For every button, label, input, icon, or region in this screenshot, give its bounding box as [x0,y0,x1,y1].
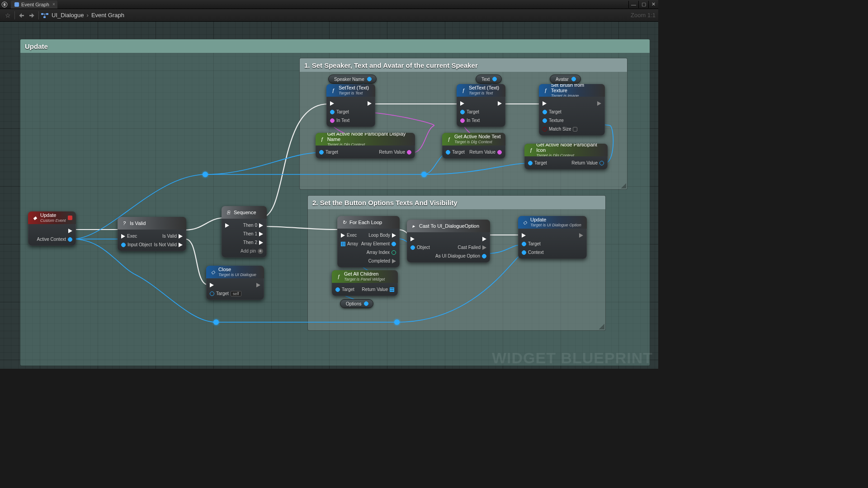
graph-canvas[interactable]: Update 1. Set Speaker, Text and Avatar o… [0,22,658,369]
exec-in-pin[interactable] [460,101,464,106]
breadcrumb-root[interactable]: UI_Dialogue [52,12,84,19]
node-header[interactable]: ƒGet Active Node Participant IconTarget … [524,144,608,156]
reroute-node[interactable] [203,172,208,177]
object-in-pin[interactable] [460,110,465,114]
node-header[interactable]: ⎘ Sequence [222,206,267,219]
exec-out-pin[interactable] [368,101,372,106]
variable-speaker-name[interactable]: Speaker Name [328,75,377,84]
exec-in-pin[interactable] [410,237,415,241]
exec-out-pin[interactable] [498,101,502,106]
exec-in-pin[interactable] [522,233,526,238]
exec-out-pin[interactable] [256,283,260,287]
node-sequence[interactable]: ⎘ Sequence Then 0 Then 1 Then 2 Add pin+ [222,206,267,258]
exec-out-pin[interactable] [68,229,72,233]
node-header[interactable]: ◇UpdateTarget is UI Dialogue Option [518,216,587,229]
node-header[interactable]: ƒSetText (Text)Target is Text [326,84,375,97]
self-value[interactable]: self [231,291,241,296]
node-header[interactable]: ? Is Valid [118,217,186,230]
variable-text[interactable]: Text [476,75,502,84]
object-in-pin[interactable] [330,110,335,114]
object-out-pin[interactable] [392,242,396,246]
exec-out-pin[interactable] [579,233,583,238]
text-in-pin[interactable] [330,118,335,123]
resize-handle-icon[interactable] [621,183,626,188]
bool-in-pin[interactable] [542,127,547,131]
object-in-pin[interactable] [210,291,214,296]
node-header[interactable]: ƒSet Brush from TextureTarget is Image [539,84,605,97]
text-in-pin[interactable] [460,118,465,123]
nav-back-icon[interactable]: 🠈 [17,10,27,20]
close-tab-icon[interactable]: × [52,2,55,7]
exec-out-pin[interactable] [259,223,263,228]
node-cast[interactable]: ▸Cast To UI_DialogueOption ObjectCast Fa… [407,220,490,263]
array-in-pin[interactable] [341,242,345,246]
node-header[interactable]: ◇ CloseTarget is UI Dialogue [206,266,264,278]
object-out-pin[interactable] [571,77,576,81]
node-header[interactable]: ƒGet Active Node TextTarget is Dlg Conte… [442,133,505,145]
text-out-pin[interactable] [407,150,411,155]
node-header[interactable]: ƒGet Active Node Participant Display Nam… [316,133,415,145]
variable-options[interactable]: Options [340,299,373,308]
exec-out-pin[interactable] [482,245,486,250]
node-set-brush[interactable]: ƒSet Brush from TextureTarget is Image T… [539,84,605,136]
object-out-pin[interactable] [68,237,72,242]
exec-out-pin[interactable] [259,232,263,236]
object-in-pin[interactable] [542,118,547,123]
node-update-event[interactable]: ◆ UpdateCustom Event Active Context [28,211,76,246]
comment-title[interactable]: 2. Set the Button Options Texts And Visi… [308,196,605,209]
object-in-pin[interactable] [319,150,324,155]
node-get-children[interactable]: ƒGet All ChildrenTarget is Panel Widget … [332,270,398,296]
text-out-pin[interactable] [497,150,502,155]
object-out-pin[interactable] [482,254,486,258]
reroute-node[interactable] [213,319,219,325]
minimize-button[interactable]: — [628,1,638,8]
exec-out-pin[interactable] [482,237,486,241]
add-pin-button[interactable]: Add pin+ [225,247,263,255]
exec-in-pin[interactable] [225,223,229,228]
object-in-pin[interactable] [522,250,526,255]
nav-forward-icon[interactable]: 🠊 [27,10,37,20]
int-out-pin[interactable] [392,250,396,255]
object-in-pin[interactable] [121,243,126,247]
exec-in-pin[interactable] [121,234,125,239]
comment-title[interactable]: Update [20,39,650,53]
node-set-text-1[interactable]: ƒSetText (Text)Target is Text Target In … [326,84,375,127]
reroute-node[interactable] [394,319,400,325]
maximize-button[interactable]: ▢ [638,1,648,8]
exec-out-pin[interactable] [179,243,183,247]
node-header[interactable]: ↻For Each Loop [337,216,400,229]
favorite-icon[interactable]: ☆ [3,10,13,20]
node-set-text-2[interactable]: ƒSetText (Text)Target is Text Target In … [457,84,505,127]
node-is-valid[interactable]: ? Is Valid Exec Is Valid Input Object Is… [118,217,186,251]
exec-out-pin[interactable] [597,101,601,106]
close-button[interactable]: ✕ [648,1,658,8]
node-update-option[interactable]: ◇UpdateTarget is UI Dialogue Option Targ… [518,216,587,259]
object-in-pin[interactable] [522,242,526,246]
reroute-node[interactable] [421,172,427,177]
comment-title[interactable]: 1. Set Speaker, Text and Avatar of the c… [300,58,627,72]
node-header[interactable]: ƒSetText (Text)Target is Text [457,84,505,97]
node-header[interactable]: ƒGet All ChildrenTarget is Panel Widget [332,270,398,283]
object-out-pin[interactable] [364,301,368,306]
node-get-text[interactable]: ƒGet Active Node TextTarget is Dlg Conte… [442,133,505,159]
checkbox[interactable] [573,127,577,131]
array-out-pin[interactable] [390,287,394,292]
node-for-each[interactable]: ↻For Each Loop ExecLoop Body ArrayArray … [337,216,400,267]
exec-in-pin[interactable] [341,233,345,238]
object-out-pin[interactable] [599,161,604,165]
object-in-pin[interactable] [446,150,450,155]
resize-handle-icon[interactable] [599,324,604,329]
tab-event-graph[interactable]: Event Graph × [11,0,57,9]
node-get-icon[interactable]: ƒGet Active Node Participant IconTarget … [524,144,608,169]
variable-avatar[interactable]: Avatar [550,75,581,84]
node-get-name[interactable]: ƒGet Active Node Participant Display Nam… [316,133,415,159]
object-in-pin[interactable] [335,287,340,292]
object-in-pin[interactable] [410,245,415,250]
object-out-pin[interactable] [492,77,497,81]
exec-in-pin[interactable] [330,101,334,106]
exec-in-pin[interactable] [210,283,214,287]
node-close[interactable]: ◇ CloseTarget is UI Dialogue Targetself [206,266,264,300]
node-header[interactable]: ▸Cast To UI_DialogueOption [407,220,490,232]
exec-out-pin[interactable] [392,259,396,263]
object-out-pin[interactable] [367,77,372,81]
